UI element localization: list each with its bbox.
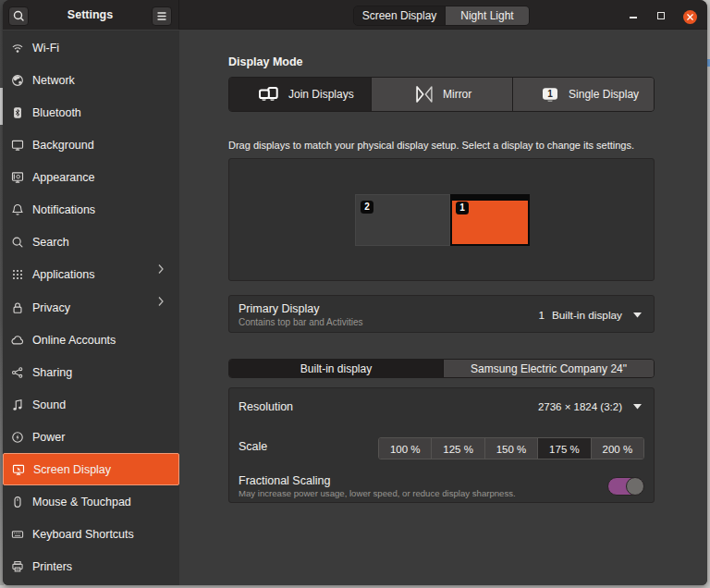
svg-text:1: 1 bbox=[547, 88, 553, 98]
